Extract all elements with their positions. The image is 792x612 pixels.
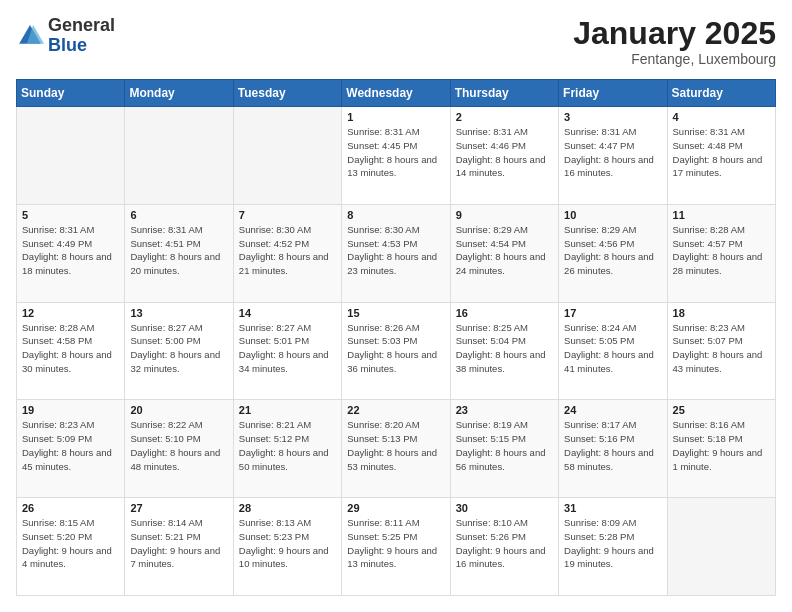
day-number: 24 <box>564 404 661 416</box>
day-number: 3 <box>564 111 661 123</box>
day-info: Sunrise: 8:25 AM Sunset: 5:04 PM Dayligh… <box>456 321 553 376</box>
day-number: 1 <box>347 111 444 123</box>
calendar-cell: 21Sunrise: 8:21 AM Sunset: 5:12 PM Dayli… <box>233 400 341 498</box>
week-row-4: 19Sunrise: 8:23 AM Sunset: 5:09 PM Dayli… <box>17 400 776 498</box>
day-info: Sunrise: 8:31 AM Sunset: 4:51 PM Dayligh… <box>130 223 227 278</box>
logo-general: General <box>48 15 115 35</box>
day-info: Sunrise: 8:11 AM Sunset: 5:25 PM Dayligh… <box>347 516 444 571</box>
logo-blue: Blue <box>48 35 87 55</box>
week-row-5: 26Sunrise: 8:15 AM Sunset: 5:20 PM Dayli… <box>17 498 776 596</box>
day-number: 7 <box>239 209 336 221</box>
calendar-cell: 3Sunrise: 8:31 AM Sunset: 4:47 PM Daylig… <box>559 107 667 205</box>
day-header-saturday: Saturday <box>667 80 775 107</box>
calendar-cell: 9Sunrise: 8:29 AM Sunset: 4:54 PM Daylig… <box>450 204 558 302</box>
calendar-subtitle: Fentange, Luxembourg <box>573 51 776 67</box>
calendar-cell: 22Sunrise: 8:20 AM Sunset: 5:13 PM Dayli… <box>342 400 450 498</box>
day-number: 2 <box>456 111 553 123</box>
day-info: Sunrise: 8:29 AM Sunset: 4:56 PM Dayligh… <box>564 223 661 278</box>
day-info: Sunrise: 8:31 AM Sunset: 4:49 PM Dayligh… <box>22 223 119 278</box>
calendar-cell <box>17 107 125 205</box>
day-number: 31 <box>564 502 661 514</box>
day-info: Sunrise: 8:09 AM Sunset: 5:28 PM Dayligh… <box>564 516 661 571</box>
day-info: Sunrise: 8:20 AM Sunset: 5:13 PM Dayligh… <box>347 418 444 473</box>
calendar-cell: 12Sunrise: 8:28 AM Sunset: 4:58 PM Dayli… <box>17 302 125 400</box>
calendar-cell: 13Sunrise: 8:27 AM Sunset: 5:00 PM Dayli… <box>125 302 233 400</box>
calendar-cell: 14Sunrise: 8:27 AM Sunset: 5:01 PM Dayli… <box>233 302 341 400</box>
calendar-cell: 19Sunrise: 8:23 AM Sunset: 5:09 PM Dayli… <box>17 400 125 498</box>
calendar-cell <box>233 107 341 205</box>
header: General Blue January 2025 Fentange, Luxe… <box>16 16 776 67</box>
day-info: Sunrise: 8:28 AM Sunset: 4:58 PM Dayligh… <box>22 321 119 376</box>
calendar-cell <box>125 107 233 205</box>
day-info: Sunrise: 8:10 AM Sunset: 5:26 PM Dayligh… <box>456 516 553 571</box>
day-info: Sunrise: 8:30 AM Sunset: 4:52 PM Dayligh… <box>239 223 336 278</box>
calendar-cell: 1Sunrise: 8:31 AM Sunset: 4:45 PM Daylig… <box>342 107 450 205</box>
calendar-header-row: SundayMondayTuesdayWednesdayThursdayFrid… <box>17 80 776 107</box>
day-info: Sunrise: 8:26 AM Sunset: 5:03 PM Dayligh… <box>347 321 444 376</box>
calendar-cell: 4Sunrise: 8:31 AM Sunset: 4:48 PM Daylig… <box>667 107 775 205</box>
day-header-wednesday: Wednesday <box>342 80 450 107</box>
calendar-cell: 8Sunrise: 8:30 AM Sunset: 4:53 PM Daylig… <box>342 204 450 302</box>
day-info: Sunrise: 8:17 AM Sunset: 5:16 PM Dayligh… <box>564 418 661 473</box>
calendar-cell: 29Sunrise: 8:11 AM Sunset: 5:25 PM Dayli… <box>342 498 450 596</box>
day-info: Sunrise: 8:21 AM Sunset: 5:12 PM Dayligh… <box>239 418 336 473</box>
day-number: 19 <box>22 404 119 416</box>
day-number: 18 <box>673 307 770 319</box>
logo: General Blue <box>16 16 115 56</box>
day-number: 28 <box>239 502 336 514</box>
day-info: Sunrise: 8:15 AM Sunset: 5:20 PM Dayligh… <box>22 516 119 571</box>
calendar-cell: 27Sunrise: 8:14 AM Sunset: 5:21 PM Dayli… <box>125 498 233 596</box>
day-info: Sunrise: 8:27 AM Sunset: 5:00 PM Dayligh… <box>130 321 227 376</box>
calendar-cell: 6Sunrise: 8:31 AM Sunset: 4:51 PM Daylig… <box>125 204 233 302</box>
day-info: Sunrise: 8:14 AM Sunset: 5:21 PM Dayligh… <box>130 516 227 571</box>
logo-icon <box>16 22 44 50</box>
day-info: Sunrise: 8:28 AM Sunset: 4:57 PM Dayligh… <box>673 223 770 278</box>
page: General Blue January 2025 Fentange, Luxe… <box>0 0 792 612</box>
calendar-cell: 11Sunrise: 8:28 AM Sunset: 4:57 PM Dayli… <box>667 204 775 302</box>
day-number: 15 <box>347 307 444 319</box>
day-number: 20 <box>130 404 227 416</box>
day-number: 13 <box>130 307 227 319</box>
calendar-cell: 31Sunrise: 8:09 AM Sunset: 5:28 PM Dayli… <box>559 498 667 596</box>
day-number: 29 <box>347 502 444 514</box>
logo-text: General Blue <box>48 16 115 56</box>
calendar-cell: 30Sunrise: 8:10 AM Sunset: 5:26 PM Dayli… <box>450 498 558 596</box>
calendar-cell: 25Sunrise: 8:16 AM Sunset: 5:18 PM Dayli… <box>667 400 775 498</box>
day-header-monday: Monday <box>125 80 233 107</box>
day-number: 16 <box>456 307 553 319</box>
day-number: 4 <box>673 111 770 123</box>
day-number: 27 <box>130 502 227 514</box>
day-number: 8 <box>347 209 444 221</box>
day-number: 5 <box>22 209 119 221</box>
day-info: Sunrise: 8:29 AM Sunset: 4:54 PM Dayligh… <box>456 223 553 278</box>
week-row-3: 12Sunrise: 8:28 AM Sunset: 4:58 PM Dayli… <box>17 302 776 400</box>
calendar-cell <box>667 498 775 596</box>
day-info: Sunrise: 8:22 AM Sunset: 5:10 PM Dayligh… <box>130 418 227 473</box>
day-number: 22 <box>347 404 444 416</box>
calendar-cell: 2Sunrise: 8:31 AM Sunset: 4:46 PM Daylig… <box>450 107 558 205</box>
day-info: Sunrise: 8:31 AM Sunset: 4:46 PM Dayligh… <box>456 125 553 180</box>
calendar-cell: 15Sunrise: 8:26 AM Sunset: 5:03 PM Dayli… <box>342 302 450 400</box>
title-block: January 2025 Fentange, Luxembourg <box>573 16 776 67</box>
day-info: Sunrise: 8:31 AM Sunset: 4:48 PM Dayligh… <box>673 125 770 180</box>
calendar-cell: 26Sunrise: 8:15 AM Sunset: 5:20 PM Dayli… <box>17 498 125 596</box>
calendar-cell: 24Sunrise: 8:17 AM Sunset: 5:16 PM Dayli… <box>559 400 667 498</box>
day-info: Sunrise: 8:16 AM Sunset: 5:18 PM Dayligh… <box>673 418 770 473</box>
day-number: 23 <box>456 404 553 416</box>
week-row-2: 5Sunrise: 8:31 AM Sunset: 4:49 PM Daylig… <box>17 204 776 302</box>
day-info: Sunrise: 8:27 AM Sunset: 5:01 PM Dayligh… <box>239 321 336 376</box>
calendar-table: SundayMondayTuesdayWednesdayThursdayFrid… <box>16 79 776 596</box>
calendar-cell: 7Sunrise: 8:30 AM Sunset: 4:52 PM Daylig… <box>233 204 341 302</box>
day-number: 21 <box>239 404 336 416</box>
day-number: 12 <box>22 307 119 319</box>
day-info: Sunrise: 8:30 AM Sunset: 4:53 PM Dayligh… <box>347 223 444 278</box>
day-header-sunday: Sunday <box>17 80 125 107</box>
calendar-title: January 2025 <box>573 16 776 51</box>
calendar-cell: 28Sunrise: 8:13 AM Sunset: 5:23 PM Dayli… <box>233 498 341 596</box>
day-header-tuesday: Tuesday <box>233 80 341 107</box>
calendar-cell: 17Sunrise: 8:24 AM Sunset: 5:05 PM Dayli… <box>559 302 667 400</box>
day-number: 9 <box>456 209 553 221</box>
week-row-1: 1Sunrise: 8:31 AM Sunset: 4:45 PM Daylig… <box>17 107 776 205</box>
day-number: 14 <box>239 307 336 319</box>
day-info: Sunrise: 8:13 AM Sunset: 5:23 PM Dayligh… <box>239 516 336 571</box>
